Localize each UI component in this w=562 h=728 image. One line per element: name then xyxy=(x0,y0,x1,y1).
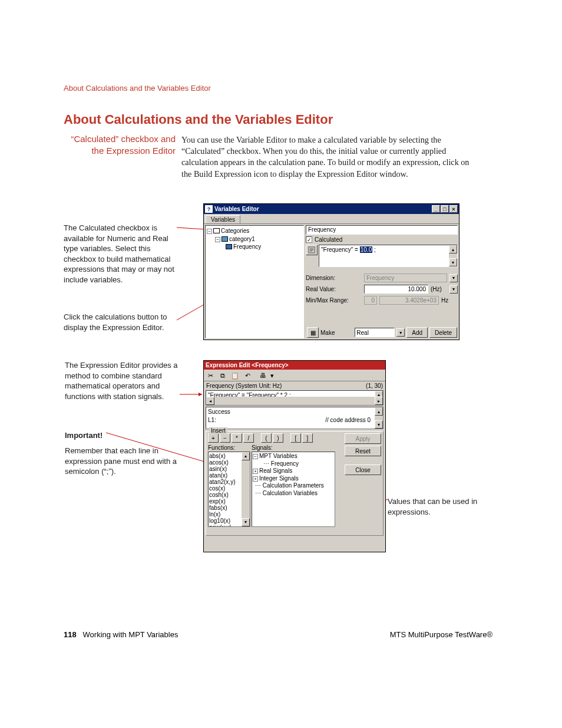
unit-dropdown-icon[interactable]: ▼ xyxy=(449,285,458,294)
expand-icon[interactable]: + xyxy=(253,476,258,482)
realvalue-input[interactable]: 10.000 xyxy=(364,285,428,294)
footer-left: 118 Working with MPT Variables xyxy=(64,630,178,639)
delete-button[interactable]: Delete xyxy=(429,327,457,338)
op-rbracket[interactable]: ] xyxy=(302,433,313,443)
op-rparen[interactable]: ) xyxy=(273,433,283,443)
page-number: 118 xyxy=(64,630,77,639)
add-button[interactable]: Add xyxy=(406,327,428,338)
page-title: About Calculations and the Variables Edi… xyxy=(64,112,333,127)
paste-icon[interactable]: 📋 xyxy=(229,370,241,381)
dimension-value: Frequency xyxy=(364,274,447,282)
range-low: 0 xyxy=(364,296,377,305)
realvalue-label: Real Value: xyxy=(306,286,362,292)
scroll-up-icon[interactable]: ▴ xyxy=(242,452,250,460)
type-dropdown-icon[interactable]: ▼ xyxy=(396,328,405,337)
dimension-label: Dimension: xyxy=(306,275,362,281)
type-value: Real xyxy=(356,330,369,336)
window-title: Variables Editor xyxy=(214,206,259,212)
header-path: About Calculations and the Variables Edi… xyxy=(64,84,211,93)
signals-mpt-vars[interactable]: MPT Variables xyxy=(259,453,297,459)
signals-label: Signals: xyxy=(252,444,273,451)
collapse-icon[interactable]: − xyxy=(207,229,212,234)
scroll-left-icon[interactable]: ◂ xyxy=(206,397,214,405)
signals-frequency[interactable]: Frequency xyxy=(271,460,299,467)
variables-editor-window: ? Variables Editor _ □ × Variables −Cate… xyxy=(203,203,459,340)
functions-list[interactable]: abs(x) acos(x) asin(x) atan(x) atan2(x,y… xyxy=(208,452,250,527)
calculation-pane[interactable]: "Frequency" = 10.0 ; ▴▾ xyxy=(319,245,458,267)
cut-icon[interactable]: ✂ xyxy=(204,370,216,381)
type-select[interactable]: Real xyxy=(355,328,395,337)
tree-panel[interactable]: −Categories −category1 Frequency xyxy=(205,225,304,338)
collapse-icon[interactable]: − xyxy=(215,237,220,242)
status-line-num: L1: xyxy=(208,417,216,423)
insert-label: Insert xyxy=(209,427,227,434)
range-unit: Hz xyxy=(441,297,458,304)
apply-button[interactable]: Apply xyxy=(345,433,381,444)
scroll-down-icon[interactable]: ▾ xyxy=(242,518,250,526)
expr-titlebar[interactable]: Expression Edit <Frequency> xyxy=(204,361,385,370)
footer-right: MTS MultiPurpose TestWare® xyxy=(390,630,492,639)
dimension-dropdown-icon[interactable]: ▼ xyxy=(449,274,458,282)
tab-variables[interactable]: Variables xyxy=(206,215,240,223)
info-right: (1, 30) xyxy=(366,383,383,389)
scroll-up-icon[interactable]: ▴ xyxy=(375,407,383,416)
expression-editor-window: Expression Edit <Frequency> ✂ ⧉ 📋 ↶ 🖶 ▾ … xyxy=(203,360,386,552)
annot-expression-editor: The Expression Editor provides a method … xyxy=(65,360,183,401)
calculated-label: Calculated xyxy=(315,236,342,243)
toolbar: ✂ ⧉ 📋 ↶ 🖶 ▾ xyxy=(204,370,385,381)
undo-icon[interactable]: ↶ xyxy=(242,370,253,381)
signals-integer[interactable]: Integer Signals xyxy=(259,475,299,482)
status-pane: Success L1: // code address 0 ▴▾ xyxy=(206,407,384,429)
maximize-button[interactable]: □ xyxy=(441,205,449,213)
annot-calc-button: Click the calculations button to display… xyxy=(64,312,187,332)
expression-pane[interactable]: "Frequency" = "Frequency" * 2 ; ▴▾ ◂▸ xyxy=(206,390,384,406)
print-dropdown-icon[interactable]: ▾ xyxy=(269,370,275,381)
signals-calc-params[interactable]: Calculation Parameters xyxy=(263,482,324,489)
tree-category1[interactable]: category1 xyxy=(229,236,255,242)
scroll-down-icon[interactable]: ▾ xyxy=(449,258,457,266)
annot-values: Values that can be used in expressions. xyxy=(388,496,488,517)
expand-icon[interactable]: + xyxy=(253,469,258,474)
print-icon[interactable]: 🖶 xyxy=(257,370,269,381)
signals-calc-vars[interactable]: Calculation Variables xyxy=(263,490,318,496)
titlebar[interactable]: ? Variables Editor _ □ × xyxy=(204,204,459,214)
tree-frequency[interactable]: Frequency xyxy=(233,243,261,250)
signals-real[interactable]: Real Signals xyxy=(259,467,292,474)
important-label: Important! xyxy=(65,430,103,441)
scroll-right-icon[interactable]: ▸ xyxy=(375,397,383,405)
minimize-button[interactable]: _ xyxy=(432,205,440,213)
copy-icon[interactable]: ⧉ xyxy=(217,370,229,381)
app-icon: ? xyxy=(205,205,213,213)
scroll-down-icon[interactable]: ▾ xyxy=(375,420,383,429)
info-left: Frequency (System Unit: Hz) xyxy=(206,383,282,389)
name-input[interactable]: Frequency xyxy=(306,225,458,235)
signals-tree[interactable]: −MPT Variables ⋯ Frequency +Real Signals… xyxy=(252,452,335,527)
folder-icon xyxy=(213,228,220,233)
op-divide[interactable]: / xyxy=(243,433,254,443)
reset-button[interactable]: Reset xyxy=(345,446,381,456)
close-button[interactable]: × xyxy=(449,205,458,213)
collapse-icon[interactable]: − xyxy=(253,454,258,459)
scroll-up-icon[interactable]: ▴ xyxy=(449,245,457,253)
op-minus[interactable]: − xyxy=(220,433,230,443)
close-button[interactable]: Close xyxy=(345,465,381,475)
realvalue-unit: (Hz) xyxy=(431,286,447,292)
category-icon xyxy=(222,236,228,242)
subhead: “Calculated” checkbox and the Expression… xyxy=(64,133,176,156)
status-code-addr: // code address 0 xyxy=(325,417,381,423)
op-plus[interactable]: + xyxy=(208,433,219,443)
build-expression-button[interactable] xyxy=(306,245,318,255)
make-label: Make xyxy=(320,330,335,336)
expr-prefix: "Frequency" = xyxy=(321,246,360,253)
body-paragraph: You can use the Variable Editor to make … xyxy=(181,134,480,180)
annot-semicolon: Remember that each line in expression pa… xyxy=(65,446,183,477)
calculated-checkbox[interactable]: ✓ xyxy=(306,236,312,243)
variable-icon xyxy=(226,244,232,249)
op-multiply[interactable]: * xyxy=(232,433,242,443)
op-lparen[interactable]: ( xyxy=(261,433,272,443)
range-label: Min/Max Range: xyxy=(306,297,362,304)
op-lbracket[interactable]: [ xyxy=(290,433,301,443)
tree-categories[interactable]: Categories xyxy=(221,228,249,234)
make-icon-button[interactable]: ▦ xyxy=(307,327,319,338)
expr-suffix: ; xyxy=(372,246,376,253)
